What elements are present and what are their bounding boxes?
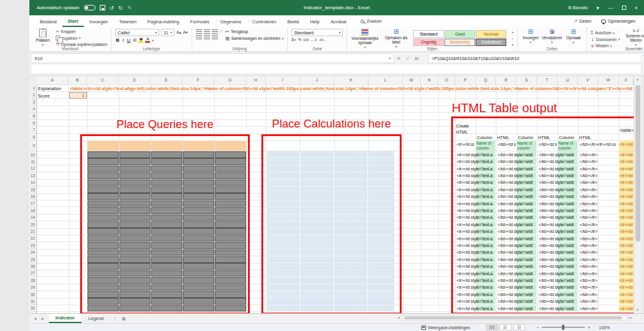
calculations-annotation: Place Calculations here (261, 117, 402, 131)
page-layout-view-button[interactable] (500, 324, 512, 330)
display-settings-button[interactable]: Weergave-instellingen (421, 325, 470, 330)
scroll-up-icon[interactable]: ▴ (634, 77, 641, 81)
normal-view-button[interactable] (486, 324, 498, 330)
horizontal-scroll-thumb[interactable] (404, 316, 622, 319)
scroll-right-icon[interactable]: ▸ (630, 316, 632, 319)
cell-b2-value: 1 (69, 93, 84, 98)
cell-b1-html-code[interactable]: <table><tr><td style='text-align:left;co… (70, 86, 633, 91)
sheet-tab-legend[interactable]: Legend (81, 314, 110, 323)
add-sheet-icon[interactable]: ⊕ (119, 314, 128, 323)
cell-a1[interactable]: Explanation (38, 86, 61, 91)
display-settings-icon (421, 325, 426, 330)
vertical-scroll-thumb[interactable] (635, 85, 640, 242)
worksheet-overlay: Explanation <table><tr><td style='text-a… (0, 0, 644, 331)
scroll-left-icon[interactable]: ◂ (398, 316, 400, 319)
horizontal-scrollbar[interactable]: ◂ ▸ (398, 315, 632, 321)
restore-icon[interactable] (622, 6, 626, 10)
zoom-out-icon[interactable]: − (536, 325, 539, 330)
page-break-view-button[interactable] (513, 324, 525, 330)
zoom-slider[interactable] (542, 327, 585, 328)
status-bar: Weergave-instellingen − + 100% (29, 323, 644, 331)
minimize-icon[interactable]: — (608, 5, 613, 11)
calculations-red-box (261, 134, 402, 314)
ribbon-display-options-icon[interactable]: ▾ (596, 5, 599, 11)
sheet-tab-indicator[interactable]: Indicator (49, 314, 82, 323)
zoom-slider-knob[interactable] (562, 325, 564, 330)
sheet-nav-left-icon[interactable]: ◂ (34, 316, 36, 321)
zoom-percentage[interactable]: 100% (599, 325, 617, 330)
scroll-down-icon[interactable]: ▾ (634, 308, 641, 311)
output-red-box (451, 116, 642, 314)
queries-annotation: Place Queries here (80, 118, 250, 131)
cell-a2[interactable]: Score (38, 93, 50, 99)
output-annotation: HTML Table output (452, 101, 557, 115)
queries-red-box (80, 134, 250, 314)
close-icon[interactable]: × (635, 5, 638, 11)
sheet-nav-right-icon[interactable]: ▸ (42, 316, 43, 321)
zoom-in-icon[interactable]: + (588, 325, 590, 330)
sheet-tabs: IndicatorLegend (49, 314, 111, 323)
user-name[interactable]: B Biondic (569, 5, 588, 10)
